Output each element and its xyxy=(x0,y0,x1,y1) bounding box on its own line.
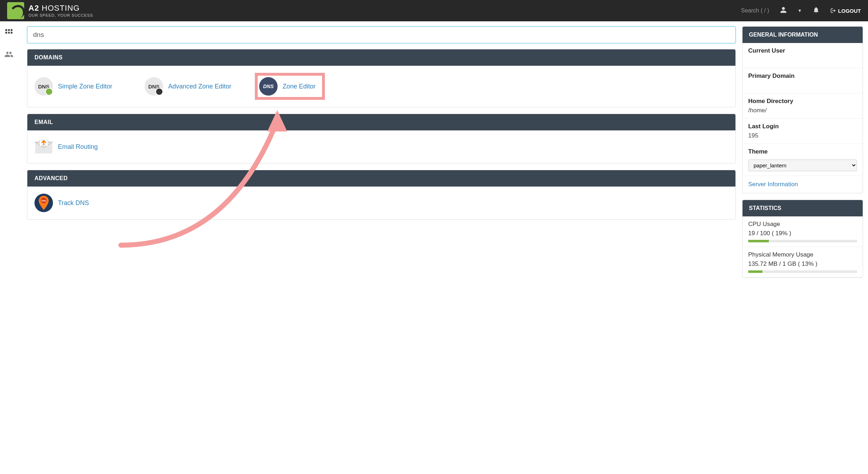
track-dns-label: Track DNS xyxy=(58,199,89,207)
memory-usage-label: Physical Memory Usage xyxy=(748,251,857,258)
current-user-label: Current User xyxy=(748,47,857,54)
logout-label: LOGOUT xyxy=(838,8,861,14)
advanced-panel: ADVANCED DNS Track DNS xyxy=(27,170,736,220)
memory-progress xyxy=(748,270,857,273)
home-directory-label: Home Directory xyxy=(748,98,857,105)
email-routing-item[interactable]: Email Routing xyxy=(34,138,141,156)
track-dns-icon: DNS xyxy=(34,194,53,212)
advanced-zone-editor-item[interactable]: DNS Advanced Zone Editor xyxy=(145,73,251,100)
current-user-value xyxy=(748,56,857,64)
logout-button[interactable]: LOGOUT xyxy=(830,8,861,14)
statistics-header: STATISTICS xyxy=(743,200,863,216)
track-dns-item[interactable]: DNS Track DNS xyxy=(34,194,141,212)
zone-editor-label: Zone Editor xyxy=(283,83,316,90)
nav-search-label[interactable]: Search ( / ) xyxy=(741,7,769,14)
left-sidebar xyxy=(0,21,18,284)
brand-tagline: OUR SPEED, YOUR SUCCESS xyxy=(28,14,93,17)
users-group-icon[interactable] xyxy=(4,50,14,61)
advanced-zone-editor-icon: DNS xyxy=(145,77,163,96)
theme-row: Theme paper_lantern xyxy=(743,144,863,176)
apps-grid-icon[interactable] xyxy=(5,28,13,39)
brand-logo[interactable]: A2 HOSTING OUR SPEED, YOUR SUCCESS xyxy=(7,2,93,19)
svg-rect-1 xyxy=(8,29,10,31)
last-login-value: 195 xyxy=(748,132,857,139)
primary-domain-value xyxy=(748,82,857,89)
last-login-row: Last Login 195 xyxy=(743,119,863,144)
zone-editor-item[interactable]: DNS Zone Editor xyxy=(255,73,325,100)
memory-usage-row: Physical Memory Usage 135.72 MB / 1 GB (… xyxy=(743,247,863,278)
theme-select[interactable]: paper_lantern xyxy=(748,160,857,171)
svg-rect-0 xyxy=(5,29,7,31)
user-dropdown-caret-icon[interactable]: ▼ xyxy=(798,8,802,13)
primary-domain-row: Primary Domain xyxy=(743,68,863,93)
zone-editor-icon: DNS xyxy=(259,77,278,96)
svg-rect-2 xyxy=(11,29,12,31)
memory-progress-bar xyxy=(748,270,762,273)
general-info-panel: GENERAL INFORMATION Current User Primary… xyxy=(742,26,863,193)
svg-rect-4 xyxy=(8,32,10,34)
svg-rect-3 xyxy=(5,32,7,34)
domains-panel: DOMAINS DNS Simple Zone Editor DNS Advan… xyxy=(27,49,736,107)
last-login-label: Last Login xyxy=(748,123,857,130)
cpu-usage-value: 19 / 100 ( 19% ) xyxy=(748,230,857,237)
current-user-row: Current User xyxy=(743,43,863,68)
svg-rect-5 xyxy=(11,32,12,34)
email-panel: EMAIL Email Routing xyxy=(27,114,736,163)
user-icon[interactable] xyxy=(780,6,787,15)
simple-zone-editor-label: Simple Zone Editor xyxy=(58,83,112,90)
primary-domain-label: Primary Domain xyxy=(748,72,857,80)
general-info-header: GENERAL INFORMATION xyxy=(743,27,863,43)
top-navbar: A2 HOSTING OUR SPEED, YOUR SUCCESS Searc… xyxy=(0,0,868,21)
simple-zone-editor-item[interactable]: DNS Simple Zone Editor xyxy=(34,73,141,100)
home-directory-row: Home Directory /home/ xyxy=(743,93,863,119)
memory-usage-value: 135.72 MB / 1 GB ( 13% ) xyxy=(748,260,857,268)
home-directory-value: /home/ xyxy=(748,107,857,114)
server-information-link[interactable]: Server Information xyxy=(743,176,863,193)
svg-text:DNS: DNS xyxy=(42,200,46,202)
advanced-zone-editor-label: Advanced Zone Editor xyxy=(168,83,231,90)
email-routing-label: Email Routing xyxy=(58,143,98,151)
cpu-progress-bar xyxy=(748,240,769,242)
cpu-progress xyxy=(748,240,857,242)
domains-panel-header[interactable]: DOMAINS xyxy=(27,49,735,66)
cpu-usage-label: CPU Usage xyxy=(748,221,857,228)
a2-logo-icon xyxy=(7,2,24,19)
theme-label: Theme xyxy=(748,148,857,155)
email-panel-header[interactable]: EMAIL xyxy=(27,114,735,130)
advanced-panel-header[interactable]: ADVANCED xyxy=(27,170,735,187)
tool-search-input[interactable] xyxy=(27,26,736,43)
logout-icon xyxy=(830,8,836,14)
cpu-usage-row: CPU Usage 19 / 100 ( 19% ) xyxy=(743,216,863,247)
brand-name-primary: A2 xyxy=(28,4,39,12)
simple-zone-editor-icon: DNS xyxy=(34,77,53,96)
email-routing-icon xyxy=(34,138,53,156)
brand-name-secondary: HOSTING xyxy=(42,4,80,12)
statistics-panel: STATISTICS CPU Usage 19 / 100 ( 19% ) Ph… xyxy=(742,200,863,278)
notifications-bell-icon[interactable] xyxy=(813,6,820,15)
